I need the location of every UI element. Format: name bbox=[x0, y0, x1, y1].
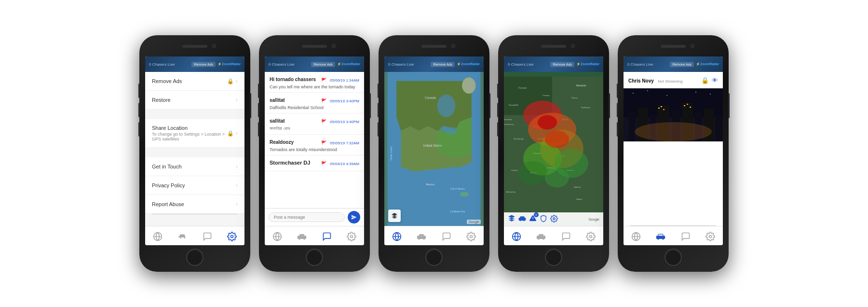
svg-point-61 bbox=[545, 168, 569, 188]
chat-input-field[interactable] bbox=[269, 212, 345, 222]
chat-msg-1: Hi tornado chassers 🚩 05/06/19 1:34AM Ca… bbox=[265, 72, 364, 93]
phone-5-home[interactable] bbox=[665, 249, 682, 266]
radar-warning-btn[interactable] bbox=[540, 215, 547, 224]
remove-ads-btn-3[interactable]: Remove Ads bbox=[431, 62, 455, 67]
chat-send-button[interactable] bbox=[348, 211, 360, 223]
tab-chase-1[interactable] bbox=[177, 232, 187, 241]
remove-ads-btn-1[interactable]: Remove Ads bbox=[191, 62, 216, 67]
chasers-live-2: 0 Chasers Live bbox=[269, 62, 294, 67]
chat-msg-1-meta: 🚩 05/06/19 1:34AM bbox=[321, 75, 359, 84]
svg-rect-72 bbox=[537, 236, 545, 239]
menu-separator-2 bbox=[145, 148, 244, 157]
tab-chase-2[interactable] bbox=[297, 232, 307, 241]
phone-2-speaker bbox=[302, 45, 327, 48]
svg-point-12 bbox=[460, 192, 469, 196]
svg-text:Russellville: Russellville bbox=[509, 104, 519, 106]
phone-2-home[interactable] bbox=[306, 249, 323, 266]
phone-3-side-btn4 bbox=[378, 122, 379, 137]
menu-item-report-abuse[interactable]: Report Abuse › bbox=[145, 195, 244, 214]
chat-msg-3-meta: 🚩 05/05/19 3:40PM bbox=[321, 116, 359, 125]
tab-map-3[interactable] bbox=[392, 232, 402, 241]
flag-icon-2: 🚩 bbox=[321, 98, 326, 103]
phone-1-side-btn bbox=[250, 93, 251, 118]
remove-ads-btn-2[interactable]: Remove Ads bbox=[311, 62, 335, 67]
menu-item-remove-ads[interactable]: Remove Ads 🔒 › bbox=[145, 72, 244, 91]
svg-point-6 bbox=[299, 238, 300, 239]
menu-item-restore[interactable]: Restore › bbox=[145, 91, 244, 110]
phone-1-screen: 0 Chasers Live Remove Ads ⚡ZoomRadar Rem… bbox=[145, 56, 244, 245]
phone-3-speaker bbox=[421, 45, 447, 48]
phone-4-home[interactable] bbox=[545, 249, 562, 266]
chat-msg-2-header: sallitat 🚩 05/05/19 3:40PM bbox=[270, 96, 359, 104]
phone-3-home[interactable] bbox=[425, 249, 443, 266]
video-thumbnail-5[interactable] bbox=[624, 88, 723, 141]
menu-label-report: Report Abuse bbox=[152, 201, 184, 207]
tab-map-5[interactable] bbox=[631, 232, 641, 241]
menu-item-share-location[interactable]: Share Location To change go to Settings … bbox=[145, 119, 244, 148]
tab-settings-4[interactable] bbox=[586, 232, 596, 241]
remove-ads-btn-5[interactable]: Remove Ads bbox=[670, 62, 694, 67]
stream-content-area bbox=[624, 141, 723, 225]
phone-1-side-btn2 bbox=[138, 84, 140, 98]
tab-chase-5[interactable] bbox=[656, 232, 665, 241]
phone-1-home[interactable] bbox=[186, 249, 203, 266]
menu-item-privacy[interactable]: Privacy Policy › bbox=[145, 176, 244, 195]
tab-settings-2[interactable] bbox=[347, 232, 356, 241]
svg-text:onal Forest: onal Forest bbox=[504, 123, 514, 126]
app-header-4: 0 Chasers Live Remove Ads ⚡ZoomRadar bbox=[504, 56, 603, 72]
tab-map-4[interactable] bbox=[512, 232, 521, 241]
alert-count: 0 bbox=[534, 212, 539, 217]
tab-chat-2[interactable] bbox=[322, 232, 332, 241]
flag-icon-5: 🚩 bbox=[321, 161, 326, 166]
radar-svg: Forest Memphis Russellville Conway Searc… bbox=[504, 72, 603, 226]
tab-settings-3[interactable] bbox=[466, 232, 476, 241]
svg-point-69 bbox=[553, 218, 555, 220]
phone-2-camera bbox=[332, 44, 336, 48]
svg-point-97 bbox=[695, 92, 696, 93]
chat-msg-4: Realdoozy 🚩 05/05/19 7:32AM Tornados are… bbox=[265, 135, 364, 155]
radar-settings-btn[interactable] bbox=[550, 215, 558, 224]
radar-map-4[interactable]: Forest Memphis Russellville Conway Searc… bbox=[504, 72, 603, 226]
tab-chat-4[interactable] bbox=[561, 232, 571, 241]
svg-text:Ouachita: Ouachita bbox=[504, 118, 512, 121]
chat-screen-2: Hi tornado chassers 🚩 05/06/19 1:34AM Ca… bbox=[265, 72, 364, 226]
chat-timestamp-5: 05/04/19 4:39AM bbox=[330, 162, 359, 166]
menu-item-get-in-touch[interactable]: Get in Touch › bbox=[145, 157, 244, 176]
stream-screen-5: Chris Novy Not Streaming 🔒 👁 bbox=[624, 72, 723, 226]
map-layers-btn[interactable] bbox=[388, 209, 401, 222]
chevron-icon-touch: › bbox=[236, 163, 238, 170]
remove-ads-btn-4[interactable]: Remove Ads bbox=[550, 62, 574, 67]
chat-msg-5: Stormchaser DJ 🚩 05/04/19 4:39AM bbox=[265, 155, 364, 171]
phone-3-side-btn2 bbox=[378, 84, 379, 98]
tab-bar-1 bbox=[145, 226, 244, 245]
svg-rect-64 bbox=[519, 218, 526, 221]
svg-text:Pacific Ocean: Pacific Ocean bbox=[390, 146, 393, 160]
tab-settings-5[interactable] bbox=[705, 232, 715, 241]
tab-map-2[interactable] bbox=[272, 232, 282, 241]
phone-1-speaker bbox=[182, 45, 207, 48]
tab-map-1[interactable] bbox=[153, 232, 163, 241]
phone-3: 0 Chasers Live Remove Ads ⚡ZoomRadar bbox=[379, 35, 489, 272]
phone-5-speaker bbox=[661, 45, 686, 48]
tab-settings-1[interactable] bbox=[227, 232, 237, 241]
svg-text:Canada: Canada bbox=[425, 96, 436, 99]
svg-text:Searcy: Searcy bbox=[571, 97, 577, 99]
chevron-icon-report: › bbox=[236, 201, 238, 208]
svg-point-74 bbox=[543, 238, 544, 239]
header-right-4: Remove Ads ⚡ZoomRadar bbox=[550, 62, 599, 67]
tab-chase-4[interactable] bbox=[536, 232, 546, 241]
tab-chase-3[interactable] bbox=[417, 232, 426, 241]
map-screen-3[interactable]: Canada United States Mexico Gulf of Mexi… bbox=[384, 72, 484, 226]
chat-text-3: ফালাহিয়া রোড bbox=[270, 126, 359, 131]
phone-4-side-btn bbox=[609, 93, 610, 118]
tab-chat-3[interactable] bbox=[442, 232, 451, 241]
tab-chat-1[interactable] bbox=[203, 232, 212, 241]
chat-msg-3-header: sallitat 🚩 05/05/19 3:40PM bbox=[270, 116, 359, 125]
svg-text:Alexandria: Alexandria bbox=[506, 191, 516, 193]
phone-5-screen: 0 Chasers Live Remove Ads ⚡ZoomRadar Chr… bbox=[624, 56, 723, 245]
phone-3-camera bbox=[451, 44, 455, 48]
radar-layers-btn[interactable] bbox=[508, 214, 515, 224]
tab-chat-5[interactable] bbox=[681, 232, 691, 241]
radar-car-btn[interactable] bbox=[518, 215, 526, 224]
svg-point-28 bbox=[470, 235, 473, 237]
